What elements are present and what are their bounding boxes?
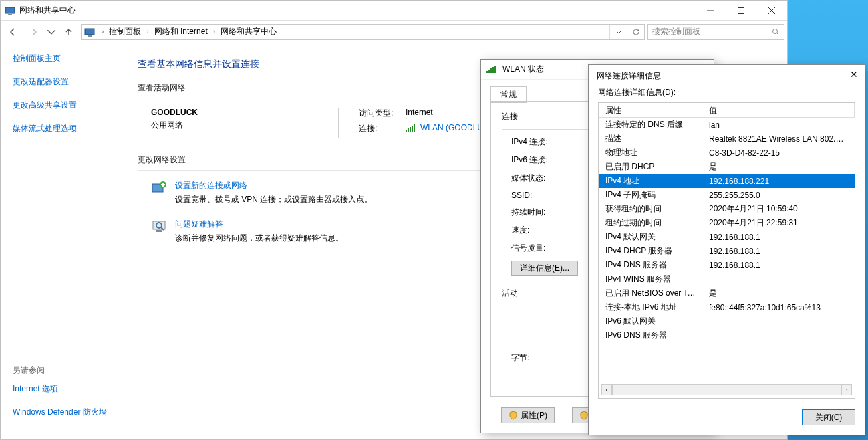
network-type: 公用网络 [151,120,338,131]
row-speed-label: 速度: [502,225,569,236]
cell-value: 是 [702,161,855,173]
refresh-button[interactable] [627,25,644,39]
cell-value: 192.168.188.1 [702,247,855,256]
cell-value: fe80::44f5:327a:10d1:65ca%13 [702,303,855,312]
col-property[interactable]: 属性 [599,103,702,117]
crumb-network-internet[interactable]: 网络和 Internet [153,26,209,37]
chevron-right-icon[interactable]: › [210,28,218,35]
dialog-title: WLAN 状态 [502,64,544,75]
cell-property: 已启用 DHCP [599,161,702,173]
scroll-right-icon[interactable]: › [841,384,852,395]
table-row[interactable]: IPv4 WINS 服务器 [599,272,855,286]
cell-property: IPv6 默认网关 [599,316,702,327]
crumb-control-panel[interactable]: 控制面板 [108,26,142,37]
cell-property: 已启用 NetBIOS over Tc... [599,288,702,299]
recent-dropdown[interactable] [46,23,57,41]
row-media-label: 媒体状态: [502,173,569,184]
close-details-button[interactable]: 关闭(C) [802,409,855,425]
cell-value: C8-3D-D4-82-22-15 [702,148,855,158]
cell-property: IPv4 子网掩码 [599,189,702,201]
svg-rect-6 [85,29,94,35]
bytes-label: 字节: [502,352,569,364]
new-connection-title[interactable]: 设置新的连接或网络 [175,180,247,191]
search-input[interactable]: 搜索控制面板 [647,24,784,40]
col-value[interactable]: 值 [702,103,855,117]
signal-icon [486,66,496,73]
troubleshoot-title[interactable]: 问题疑难解答 [175,219,223,230]
new-connection-desc: 设置宽带、拨号或 VPN 连接；或设置路由器或接入点。 [175,194,372,205]
table-row[interactable]: IPv6 DNS 服务器 [599,328,855,342]
table-row[interactable]: 租约过期的时间2020年4月21日 22:59:31 [599,216,855,230]
shield-icon [579,411,589,420]
close-button[interactable]: ✕ [850,69,858,80]
cell-value: 是 [702,288,855,299]
cell-property: 描述 [599,133,702,144]
see-also-label: 另请参阅 [13,365,107,376]
address-bar: › 控制面板 › 网络和 Internet › 网络和共享中心 搜索控制面板 [1,21,787,43]
table-row[interactable]: IPv6 默认网关 [599,314,855,328]
table-row[interactable]: 描述Realtek 8821AE Wireless LAN 802.11ac [599,132,855,146]
cell-value: 2020年4月21日 22:59:31 [702,217,855,229]
back-button[interactable] [3,23,22,41]
network-center-icon [84,27,95,37]
table-row[interactable]: 已启用 DHCP是 [599,160,855,174]
cell-property: IPv6 DNS 服务器 [599,330,702,341]
table-row[interactable]: IPv4 子网掩码255.255.255.0 [599,188,855,202]
table-row[interactable]: 连接特定的 DNS 后缀lan [599,118,855,132]
cell-property: 物理地址 [599,147,702,158]
table-row[interactable]: 连接-本地 IPv6 地址fe80::44f5:327a:10d1:65ca%1… [599,300,855,314]
svg-rect-0 [5,7,15,13]
table-row[interactable]: IPv4 默认网关192.168.188.1 [599,230,855,244]
table-row[interactable]: 物理地址C8-3D-D4-82-22-15 [599,146,855,160]
table-row[interactable]: 已启用 NetBIOS over Tc...是 [599,286,855,300]
details-label: 网络连接详细信息(D): [589,87,865,102]
cell-value: 192.168.188.1 [702,233,855,242]
chevron-right-icon[interactable]: › [144,28,151,35]
row-ipv6-label: IPv6 连接: [502,154,569,166]
cell-value: 192.168.188.221 [702,177,855,186]
cell-property: IPv4 WINS 服务器 [599,273,702,285]
access-type-value: Internet [406,108,433,119]
forward-button[interactable] [25,23,43,41]
table-row[interactable]: IPv4 DNS 服务器192.168.188.1 [599,258,855,272]
minimize-button[interactable] [695,1,726,21]
properties-button[interactable]: 属性(P) [501,407,555,423]
cell-property: 连接特定的 DNS 后缀 [599,119,702,130]
svg-line-9 [777,33,779,35]
cell-property: 租约过期的时间 [599,217,702,229]
table-row[interactable]: 获得租约的时间2020年4月21日 10:59:40 [599,202,855,216]
sidebar-item-adapters[interactable]: 更改适配器设置 [13,76,112,88]
table-row[interactable]: IPv4 地址192.168.188.221 [599,174,855,188]
signal-icon [406,124,415,132]
troubleshoot-desc: 诊断并修复网络问题，或者获得疑难解答信息。 [175,233,343,244]
breadcrumb-dropdown[interactable] [609,25,627,39]
details-table: 属性 值 连接特定的 DNS 后缀lan描述Realtek 8821AE Wir… [598,102,855,399]
details-button[interactable]: 详细信息(E)... [511,261,578,276]
ref-defender-firewall[interactable]: Windows Defender 防火墙 [13,407,107,418]
cell-value: lan [702,120,855,130]
search-icon [772,28,780,36]
maximize-button[interactable] [726,1,756,21]
breadcrumb[interactable]: › 控制面板 › 网络和 Internet › 网络和共享中心 [81,24,645,40]
svg-rect-1 [8,14,12,15]
scroll-left-icon[interactable]: ‹ [601,384,612,395]
chevron-right-icon[interactable]: › [99,28,106,35]
ref-internet-options[interactable]: Internet 选项 [13,383,107,395]
dialog-title: 网络连接详细信息 [589,65,865,87]
window-title: 网络和共享中心 [19,5,695,16]
cell-value: Realtek 8821AE Wireless LAN 802.11ac [702,134,855,144]
up-button[interactable] [59,23,78,41]
sidebar-item-streaming[interactable]: 媒体流式处理选项 [13,123,112,134]
row-ipv4-label: IPv4 连接: [502,136,569,148]
sidebar-item-sharing[interactable]: 更改高级共享设置 [13,100,112,111]
cell-value: 192.168.188.1 [702,261,855,270]
crumb-sharing-center[interactable]: 网络和共享中心 [219,26,278,37]
close-button[interactable] [756,1,787,21]
cell-value: 255.255.255.0 [702,191,855,200]
cell-property: IPv4 DNS 服务器 [599,259,702,271]
table-row[interactable]: IPv4 DHCP 服务器192.168.188.1 [599,244,855,258]
horizontal-scrollbar[interactable]: ‹ › [601,384,852,395]
shield-icon [509,411,518,420]
cell-value: 2020年4月21日 10:59:40 [702,203,855,215]
sidebar-item-home[interactable]: 控制面板主页 [13,53,112,64]
